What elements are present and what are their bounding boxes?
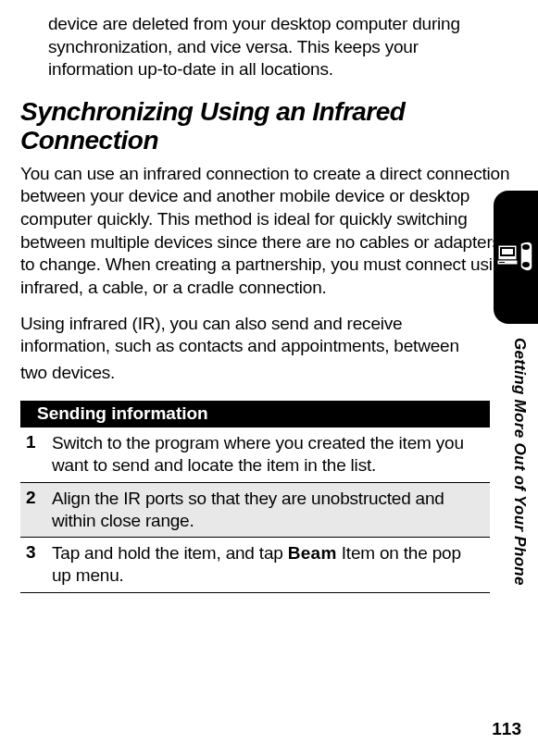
instruction-row: 1 Switch to the program where you create…	[20, 428, 490, 483]
section-label: Getting More Out of Your Phone	[510, 338, 529, 586]
svg-rect-4	[499, 262, 505, 263]
svg-rect-2	[502, 249, 513, 254]
svg-point-6	[522, 262, 530, 267]
svg-point-5	[522, 244, 530, 250]
step-number: 2	[26, 488, 52, 532]
paragraph-1: You can use an infrared connection to cr…	[20, 163, 514, 300]
page-number: 113	[492, 719, 521, 739]
paragraph-2: Using infrared (IR), you can also send a…	[20, 313, 479, 389]
section-heading: Synchronizing Using an Infrared Connecti…	[20, 98, 466, 155]
step-text: Tap and hold the item, and tap Beam Item…	[52, 542, 484, 587]
step-text: Switch to the program where you created …	[52, 432, 484, 477]
computer-phone-icon	[497, 240, 534, 275]
step-number: 3	[26, 542, 52, 587]
instruction-table: Sending information 1 Switch to the prog…	[20, 401, 490, 593]
intro-paragraph: device are deleted from your desktop com…	[48, 13, 466, 81]
step-text: Align the IR ports so that they are unob…	[52, 488, 484, 532]
instruction-row: 2 Align the IR ports so that they are un…	[20, 483, 490, 539]
instruction-row: 3 Tap and hold the item, and tap Beam It…	[20, 538, 490, 593]
step-number: 1	[26, 432, 52, 477]
instruction-header: Sending information	[20, 401, 490, 428]
thumb-tab	[494, 191, 538, 324]
